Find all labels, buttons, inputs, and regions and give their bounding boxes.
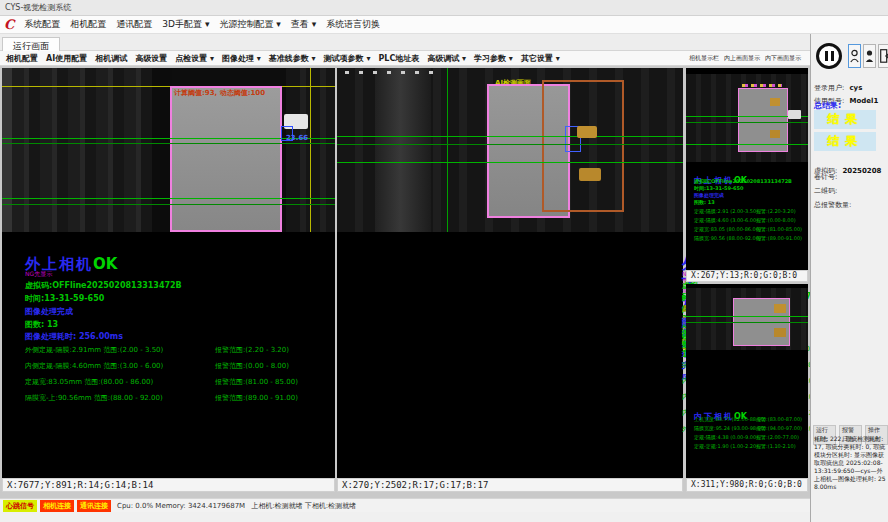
pixel-coords-outer-bottom: X:270;Y:2502;R:17;G:17;B:17: [337, 478, 683, 492]
measurement-row: 外侧定规-隔膜:2.91mm 范围:(2.00 - 3.50)报警范围:(2.2…: [25, 345, 325, 355]
toolbar-item[interactable]: 基准线参数 ▾: [269, 53, 316, 64]
menu-items: 系统配置相机配置通讯配置3D手配置 ▾光源控制配置 ▾查看 ▾系统语言切换: [24, 18, 380, 31]
baseline-green: [447, 68, 448, 232]
toolbar-item[interactable]: AI使用配置: [46, 53, 87, 64]
camera-image-inner-top[interactable]: [686, 74, 808, 162]
alarm-count-label: 总报警数量:: [814, 200, 851, 210]
baseline-green: [2, 204, 335, 205]
camera-panel-inner-top: 内上相机OK 虚拟码:OFFline2025020813313472B 时间:1…: [686, 68, 808, 270]
measurement-row: 定规-隔膜:4.60 (3.00-6.00)报警:(0.00-8.00): [694, 217, 806, 223]
tab-highlight-gold: [770, 130, 780, 138]
cpu-memory-text: Cpu: 0.0% Memory: 3424.4179687M: [117, 502, 245, 510]
menu-item[interactable]: 查看 ▾: [291, 18, 316, 31]
menu-item[interactable]: 系统配置: [24, 18, 60, 31]
measurement-list: 上机宽度:83.77 (82.00-88.00)报警:(83.00-87.00)…: [694, 416, 806, 452]
exit-button[interactable]: [878, 44, 888, 68]
menu-item[interactable]: 光源控制配置 ▾: [219, 18, 280, 31]
toolbar-item[interactable]: 点检设置 ▾: [175, 53, 214, 64]
toolbar-item[interactable]: 学习参数 ▾: [474, 53, 513, 64]
proc-time-text: 图像处理耗时: 256.00ms: [25, 331, 123, 342]
pause-icon: [831, 51, 834, 61]
marker-dots: [742, 84, 782, 87]
result-box-1: 结果: [814, 110, 876, 129]
toolbar-item[interactable]: PLC地址表: [378, 53, 419, 64]
status-text: 图像处理完成: [25, 306, 73, 317]
window-title: CYS-视觉检测系统: [5, 3, 71, 12]
result-ok-text: OK: [93, 255, 117, 273]
pixel-coords-outer-top: X:7677;Y:891;R:14;G:14;B:14: [2, 478, 335, 492]
toolbar-item[interactable]: 测试项参数 ▾: [324, 53, 371, 64]
titlebar: CYS-视觉检测系统: [0, 0, 888, 16]
app-logo-icon: C: [4, 16, 14, 34]
roi-rectangle-orange: [542, 80, 624, 212]
barcode-text: 虚拟码:OFFline2025020813313472B: [694, 178, 792, 184]
pixel-coords-inner-top: X:267;Y:13;R:0;G:0;B:0: [686, 270, 808, 282]
tab-highlight-gold: [579, 168, 601, 181]
baseline-green: [337, 144, 683, 145]
status-text: 图像处理完成: [694, 192, 724, 198]
app-window: CYS-视觉检测系统 C 系统配置相机配置通讯配置3D手配置 ▾光源控制配置 ▾…: [0, 0, 888, 522]
toolbar-item[interactable]: 高级设置: [135, 53, 167, 64]
time-text: 时间:13-31-59-650: [25, 293, 104, 304]
pause-button[interactable]: [816, 43, 842, 69]
camera-panel-outer-bottom: AI检测画面 外下相机OK NG先显示 虚拟码:OFFline202502081…: [337, 68, 683, 478]
laser-line-yellow: [310, 68, 311, 232]
measurement-row: 定规-隔膜:4.38 (0.00-9.00)报警:(2.00-77.00): [694, 434, 806, 440]
tab-highlight-gold: [774, 304, 786, 313]
tab-highlight-gold: [770, 98, 780, 106]
machine-pillar: [375, 68, 431, 232]
tab-highlight-gold: [774, 328, 786, 337]
toolbar-item[interactable]: 其它设置 ▾: [521, 53, 560, 64]
pin-number-label: 卷针号:: [814, 172, 837, 182]
camera-image-inner-bottom[interactable]: [686, 288, 808, 350]
statusbar: 心跳信号相机连接通讯连接 Cpu: 0.0% Memory: 3424.4179…: [0, 498, 810, 512]
camera-image-outer-top[interactable]: 计算阈值:93, 动态阈值:100 23.66: [2, 68, 335, 232]
control-sidebar: 登录用户: cys 使用型号: Model1 总结果: 结果 结果 虚拟码: 2…: [810, 34, 888, 522]
result-box-2: 结果: [814, 132, 876, 151]
toolbar-item[interactable]: 相机调试: [95, 53, 127, 64]
measurement-row: 上机宽度:83.77 (82.00-88.00)报警:(83.00-87.00): [694, 416, 806, 422]
mini-view-tab[interactable]: 内上画面显示: [724, 54, 760, 63]
status-badges: 心跳信号相机连接通讯连接: [3, 500, 111, 512]
measurement-row: 定规-定规:1.90 (1.00-2.20)报警:(1.10-2.10): [694, 443, 806, 449]
sidebar-barcode-value: 20250208: [842, 167, 881, 175]
model-select[interactable]: Model1: [849, 97, 878, 105]
toolbar-item[interactable]: 图像处理 ▾: [222, 53, 261, 64]
machine-frame: [2, 68, 12, 232]
baseline-green: [686, 316, 808, 317]
camera-status-text: 上相机:检测就绪 下相机:检测就绪: [251, 501, 356, 511]
camera-image-outer-bottom[interactable]: AI检测画面: [337, 68, 683, 232]
baseline-green: [2, 198, 335, 199]
mini-view-tab[interactable]: 相机显示栏: [689, 54, 719, 63]
menu-item[interactable]: 系统语言切换: [326, 18, 380, 31]
menubar: C 系统配置相机配置通讯配置3D手配置 ▾光源控制配置 ▾查看 ▾系统语言切换: [0, 16, 888, 34]
user-mode-button[interactable]: [848, 44, 861, 68]
tab-highlight-gold: [577, 126, 597, 138]
baseline-green: [686, 122, 808, 123]
menu-item[interactable]: 相机配置: [70, 18, 106, 31]
admin-icon: [865, 49, 874, 63]
exit-door-icon: [880, 49, 888, 63]
pause-icon: [825, 51, 828, 61]
toolbar-item[interactable]: 高级调试 ▾: [427, 53, 466, 64]
admin-mode-button[interactable]: [863, 44, 876, 68]
marker-value-text: 23.66: [286, 134, 308, 142]
measurement-row: 定规宽:83.05mm 范围:(80.00 - 86.00)报警范围:(81.0…: [25, 377, 325, 387]
toolbar-item[interactable]: 相机配置: [6, 53, 38, 64]
qr-code-label: 二维码:: [814, 186, 837, 196]
led-dots: [345, 71, 435, 74]
measurement-row: 隔膜宽:90.56 (88.00-92.00)报警:(89.00-91.00): [694, 235, 806, 241]
baseline-green: [686, 144, 808, 145]
user-icon: [850, 49, 859, 63]
baseline-green: [686, 322, 808, 323]
machine-background: [12, 68, 152, 232]
baseline-green: [2, 143, 335, 144]
measurement-list: 外侧定规-隔膜:2.91mm 范围:(2.00 - 3.50)报警范围:(2.2…: [25, 345, 325, 409]
menu-item[interactable]: 3D手配置 ▾: [162, 18, 209, 31]
log-text: 耗时: 222, 瑕疵检测耗时: 17, 瑕疵分类耗时: 0, 瑕疵模块分区耗时…: [814, 435, 886, 491]
mini-view-tab[interactable]: 内下画面显示: [765, 54, 801, 63]
mini-view-tabbar: 相机显示栏内上画面显示内下画面显示: [686, 51, 810, 66]
menu-item[interactable]: 通讯配置: [116, 18, 152, 31]
baseline-green: [337, 136, 683, 137]
tab-bar: 运行画面: [0, 34, 810, 51]
